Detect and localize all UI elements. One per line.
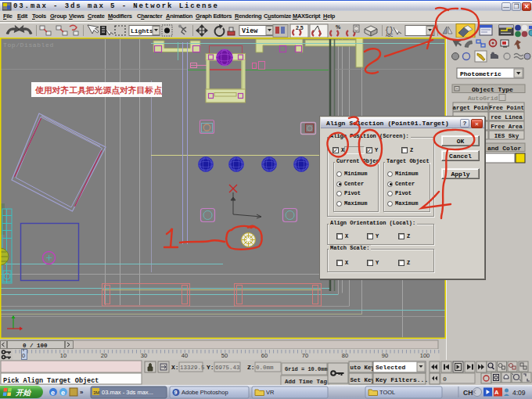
svg-text:Grid = 10.0mm: Grid = 10.0mm xyxy=(285,366,328,372)
svg-text:开始: 开始 xyxy=(15,388,32,397)
svg-text:0 / 100: 0 / 100 xyxy=(23,343,48,349)
svg-text:View: View xyxy=(242,27,258,35)
svg-text:50: 50 xyxy=(221,352,228,359)
svg-text:0: 0 xyxy=(22,352,25,359)
svg-text:arget Poin: arget Poin xyxy=(452,105,488,111)
svg-text:»: » xyxy=(80,389,84,396)
svg-text:Lights: Lights xyxy=(131,27,153,34)
svg-text:Add Time Tag: Add Time Tag xyxy=(285,379,328,385)
svg-text:Pick Align Target Object: Pick Align Target Object xyxy=(3,377,99,385)
svg-text:and Color: and Color xyxy=(487,145,521,152)
svg-text:10: 10 xyxy=(60,352,66,359)
svg-text:CH: CH xyxy=(463,389,473,397)
svg-text:Z:: Z: xyxy=(247,364,255,371)
svg-text:e: e xyxy=(61,389,65,397)
svg-text:Adobe Photoshop: Adobe Photoshop xyxy=(182,389,228,396)
svg-text:Photometric: Photometric xyxy=(460,70,501,77)
svg-text:TOOL: TOOL xyxy=(379,389,395,396)
svg-text:4:09: 4:09 xyxy=(512,389,526,397)
svg-text:Top/Disabled: Top/Disabled xyxy=(3,41,54,49)
svg-text:13329.5: 13329.5 xyxy=(180,365,205,371)
svg-text:Y:: Y: xyxy=(207,364,214,371)
svg-text:30: 30 xyxy=(141,352,147,359)
svg-text:0: 0 xyxy=(443,376,447,383)
svg-text:AutoGrid: AutoGrid xyxy=(468,95,498,102)
svg-text:-: - xyxy=(456,86,458,91)
svg-text:Free Point: Free Point xyxy=(489,105,524,111)
svg-text:6975.43: 6975.43 xyxy=(215,365,240,371)
svg-text:70: 70 xyxy=(302,352,308,359)
svg-text:使用对齐工具把光源点对齐目标点: 使用对齐工具把光源点对齐目标点 xyxy=(34,85,162,95)
svg-text:9: 9 xyxy=(174,390,178,395)
svg-text:Selected: Selected xyxy=(376,364,406,371)
svg-text:Key Filters...: Key Filters... xyxy=(376,376,428,383)
svg-text:100: 100 xyxy=(420,352,430,359)
svg-text:X:: X: xyxy=(171,364,179,371)
svg-text:uto Key: uto Key xyxy=(350,365,376,371)
svg-text:e: e xyxy=(51,389,55,397)
svg-text:Object Type: Object Type xyxy=(472,86,513,93)
svg-text:VR: VR xyxy=(266,389,275,396)
svg-text:03.max - 3ds max...: 03.max - 3ds max... xyxy=(102,389,153,396)
svg-text:3M: 3M xyxy=(93,390,99,395)
svg-text:ree Linea: ree Linea xyxy=(491,114,523,120)
svg-text:IES Sky: IES Sky xyxy=(494,133,519,139)
svg-text:60: 60 xyxy=(261,352,268,359)
svg-text:0.0mm: 0.0mm xyxy=(256,365,274,371)
svg-text:40: 40 xyxy=(182,352,188,359)
svg-text:Set Key: Set Key xyxy=(350,377,376,383)
svg-text:A: A xyxy=(494,389,499,396)
svg-text:20: 20 xyxy=(101,352,107,359)
svg-text:Free Area: Free Area xyxy=(491,124,523,130)
svg-text:90: 90 xyxy=(382,352,388,359)
svg-text:%: % xyxy=(336,24,341,30)
svg-text:ABC: ABC xyxy=(386,34,394,38)
svg-text:80: 80 xyxy=(342,352,348,359)
